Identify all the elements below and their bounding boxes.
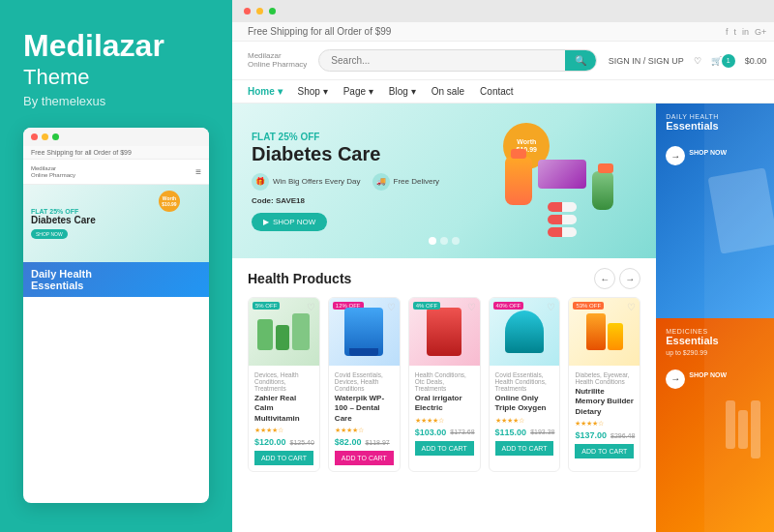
nav-blog[interactable]: Blog ▾ [389, 86, 416, 97]
product-card-2: 12% OFF ♡ Covid Essentials, Devices, Hea… [328, 297, 401, 472]
med-pills [538, 140, 586, 237]
product-category-2: Covid Essentials, Devices, Health Condit… [335, 371, 394, 392]
product-price-4: $115.00 $193.38 [495, 428, 554, 437]
add-to-cart-button-3[interactable]: ADD TO CART [415, 441, 474, 456]
product-name-3[interactable]: Oral irrigator Electric [415, 394, 474, 414]
product-info-5: Diabetes, Eyewear, Health Conditions Nut… [569, 366, 640, 464]
mini-dot-red [31, 133, 38, 140]
med-bottle-1 [505, 157, 532, 205]
twitter-icon[interactable]: t [733, 27, 736, 37]
price-original-1: $125.40 [290, 439, 314, 446]
cart-icon[interactable]: 🛒1 [711, 54, 735, 68]
product-image-3: 4% OFF ♡ [409, 298, 480, 366]
capsule-2 [548, 215, 577, 224]
nav-contact[interactable]: Contact [480, 86, 513, 97]
price-current-4: $115.00 [495, 428, 527, 437]
product-stars-4: ★★★★☆ [495, 417, 554, 425]
product-visual-4 [505, 310, 544, 353]
product-price-3: $103.00 $173.68 [415, 428, 474, 437]
hero-shop-now-button[interactable]: ▶ SHOP NOW [252, 213, 327, 231]
product-name-4[interactable]: Online Only Triple Oxygen [495, 394, 554, 414]
banner-btn-row-2: → SHOP NOW [666, 362, 772, 389]
products-section: Health Products ← → 5% OFF ♡ [232, 258, 656, 532]
products-prev-button[interactable]: ← [594, 268, 615, 289]
product-wishlist-5[interactable]: ♡ [627, 302, 636, 312]
product-card-4: 40% OFF ♡ Covid Essentials, Health Condi… [489, 297, 561, 472]
mini-hero: FLAT 25% OFF Diabetes Care SHOP NOW Wort… [23, 185, 209, 262]
banner-text-1: Daily Health Essentials → SHOP NOW [656, 103, 774, 175]
delivery-icon: 🚚 [372, 173, 390, 191]
price-original-2: $118.97 [365, 439, 389, 446]
mini-browser-bar [23, 128, 209, 146]
capsule-1 [548, 202, 577, 212]
products-nav: ← → [594, 268, 640, 289]
price-current-5: $137.00 [575, 430, 607, 440]
main-content: FLAT 25% OFF Diabetes Care 🎁 Win Big Off… [232, 103, 774, 532]
nav-page[interactable]: Page ▾ [343, 86, 373, 97]
product-info-1: Devices, Health Conditions, Treatments Z… [249, 366, 319, 471]
products-title: Health Products [248, 271, 351, 286]
banner-shop-button-2[interactable]: → [666, 369, 685, 389]
hero-feature-offers: 🎁 Win Big Offers Every Day [252, 173, 361, 191]
dot-red [244, 8, 251, 15]
add-to-cart-button-5[interactable]: ADD TO CART [575, 444, 634, 458]
brand-subtitle: Theme [23, 65, 209, 90]
mini-shop-btn[interactable]: SHOP NOW [31, 229, 68, 239]
product-image-5: 53% OFF ♡ [569, 298, 640, 366]
add-to-cart-button-4[interactable]: ADD TO CART [495, 441, 554, 456]
brand-author: By themelexus [23, 94, 209, 108]
search-button[interactable]: 🔍 [565, 50, 596, 71]
product-stars-5: ★★★★☆ [575, 420, 634, 428]
price-current-2: $82.00 [335, 437, 362, 447]
banner-label-1: Daily Health [666, 113, 772, 120]
product-visual-5 [586, 313, 623, 350]
nav-home[interactable]: Home ▾ [248, 86, 283, 97]
products-header: Health Products ← → [248, 268, 640, 289]
hero-content: FLAT 25% OFF Diabetes Care 🎁 Win Big Off… [232, 116, 459, 247]
products-grid: 5% OFF ♡ Devices, Health Conditions, Tre… [248, 297, 640, 472]
product-name-2[interactable]: Waterpik WP-100 – Dental Care [335, 394, 394, 424]
browser-content: Free Shipping for all Order of $99 f t i… [232, 22, 774, 532]
product-category-4: Covid Essentials, Health Conditions, Tre… [495, 371, 554, 392]
product-category-5: Diabetes, Eyewear, Health Conditions [575, 371, 634, 385]
product-name-5[interactable]: Nutrilite Memory Builder Dietary [575, 387, 634, 417]
add-to-cart-button-2[interactable]: ADD TO CART [335, 451, 394, 465]
social-icons: f t in G+ [726, 27, 766, 37]
products-next-button[interactable]: → [619, 268, 640, 289]
product-price-2: $82.00 $118.97 [335, 437, 394, 447]
product-stars-2: ★★★★☆ [335, 427, 394, 434]
product-card-5: 53% OFF ♡ Diabetes, Eyewear, Health Cond… [568, 297, 640, 472]
mini-hero-text: FLAT 25% OFF Diabetes Care SHOP NOW [31, 208, 96, 239]
search-input[interactable] [319, 50, 564, 71]
hero-section: FLAT 25% OFF Diabetes Care 🎁 Win Big Off… [232, 103, 656, 532]
product-wishlist-2[interactable]: ♡ [387, 302, 396, 312]
nav-shop[interactable]: Shop ▾ [298, 86, 328, 97]
dot-green [269, 8, 276, 15]
product-info-2: Covid Essentials, Devices, Health Condit… [329, 366, 400, 471]
mini-dot-yellow [42, 133, 48, 140]
wishlist-icon[interactable]: ♡ [694, 56, 701, 66]
banner-btn-row-1: → SHOP NOW [666, 138, 772, 165]
browser-chrome [232, 0, 774, 22]
product-image-1: 5% OFF ♡ [249, 298, 319, 366]
sign-in-link[interactable]: SIGN IN / SIGN UP [609, 56, 684, 66]
product-card-1: 5% OFF ♡ Devices, Health Conditions, Tre… [248, 297, 320, 472]
product-discount-5: 53% OFF [573, 302, 604, 310]
nav-on-sale[interactable]: On sale [432, 86, 464, 97]
instagram-icon[interactable]: in [742, 27, 749, 37]
banner-title-2: Essentials [666, 335, 772, 347]
add-to-cart-button-1[interactable]: ADD TO CART [254, 451, 313, 465]
product-wishlist-3[interactable]: ♡ [467, 302, 476, 312]
product-info-4: Covid Essentials, Health Conditions, Tre… [490, 366, 560, 461]
facebook-icon[interactable]: f [726, 27, 729, 37]
product-info-3: Health Conditions, Otc Deals, Treatments… [409, 366, 480, 461]
product-name-1[interactable]: Zahler Real Calm Multivitamin [254, 394, 313, 424]
product-wishlist-4[interactable]: ♡ [547, 302, 555, 312]
product-stars-3: ★★★★☆ [415, 417, 474, 425]
google-icon[interactable]: G+ [755, 27, 766, 37]
mini-logo: Medilazar Online Pharmacy [31, 165, 75, 178]
banner-title-1: Essentials [666, 120, 772, 133]
product-wishlist-1[interactable]: ♡ [307, 302, 315, 312]
mini-browser-preview: Free Shipping for all Order of $99 Medil… [23, 128, 209, 503]
banner-shop-button-1[interactable]: → [666, 146, 685, 165]
